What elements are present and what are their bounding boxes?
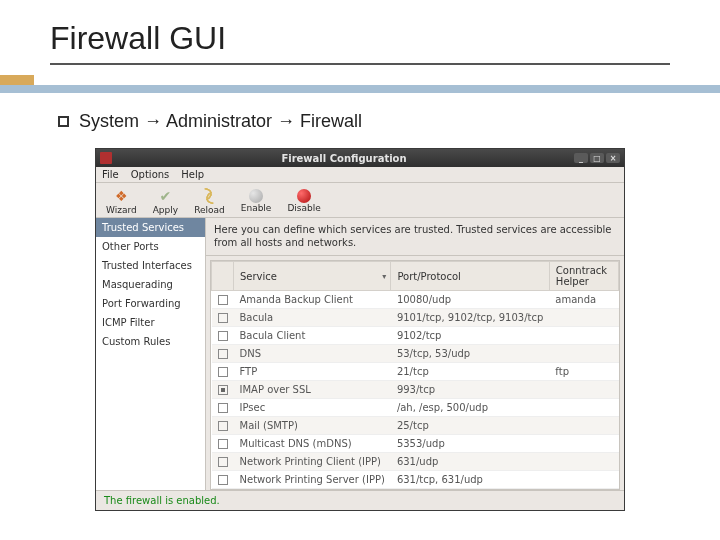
column-helper[interactable]: Conntrack Helper — [549, 262, 618, 291]
sort-icon: ▾ — [382, 272, 386, 281]
row-checkbox[interactable] — [218, 331, 228, 341]
apply-button[interactable]: ✔ Apply — [145, 185, 186, 215]
row-service: IPsec — [234, 399, 391, 417]
table-row[interactable]: FTP21/tcpftp — [212, 363, 619, 381]
row-port: 21/tcp — [391, 363, 549, 381]
breadcrumb: System → Administrator → Firewall — [50, 111, 670, 132]
check-icon: ✔ — [156, 187, 174, 205]
minimize-button[interactable]: _ — [574, 153, 588, 163]
sidebar-item-custom-rules[interactable]: Custom Rules — [96, 332, 205, 351]
row-service: FTP — [234, 363, 391, 381]
close-button[interactable]: × — [606, 153, 620, 163]
column-service[interactable]: Service ▾ — [234, 262, 391, 291]
row-service: Network Printing Client (IPP) — [234, 453, 391, 471]
titlebar[interactable]: Firewall Configuration _ □ × — [96, 149, 624, 167]
row-service: DNS — [234, 345, 391, 363]
table-row[interactable]: Network Printing Server (IPP)631/tcp, 63… — [212, 471, 619, 489]
table-row[interactable]: Bacula9101/tcp, 9102/tcp, 9103/tcp — [212, 309, 619, 327]
sidebar-item-icmp-filter[interactable]: ICMP Filter — [96, 313, 205, 332]
sidebar-item-masquerading[interactable]: Masquerading — [96, 275, 205, 294]
row-checkbox[interactable] — [218, 439, 228, 449]
row-port: 5353/udp — [391, 435, 549, 453]
app-window: Firewall Configuration _ □ × File Option… — [95, 148, 625, 511]
row-helper — [549, 345, 618, 363]
body-split: Trusted Services Other Ports Trusted Int… — [96, 218, 624, 490]
table-row[interactable]: IMAP over SSL993/tcp — [212, 381, 619, 399]
wizard-button[interactable]: ❖ Wizard — [98, 185, 145, 215]
row-helper: amanda — [549, 291, 618, 309]
row-checkbox[interactable] — [218, 457, 228, 467]
row-helper — [549, 471, 618, 489]
row-port: 25/tcp — [391, 417, 549, 435]
row-helper — [549, 309, 618, 327]
table-row[interactable]: Mail (SMTP)25/tcp — [212, 417, 619, 435]
sidebar-item-port-forwarding[interactable]: Port Forwarding — [96, 294, 205, 313]
disable-label: Disable — [287, 203, 320, 213]
row-checkbox[interactable] — [218, 421, 228, 431]
row-port: 10080/udp — [391, 291, 549, 309]
enable-button[interactable]: Enable — [233, 185, 280, 215]
column-check[interactable] — [212, 262, 234, 291]
enable-icon — [249, 189, 263, 203]
wizard-label: Wizard — [106, 205, 137, 215]
table-row[interactable]: DNS53/tcp, 53/udp — [212, 345, 619, 363]
table-row[interactable]: Multicast DNS (mDNS)5353/udp — [212, 435, 619, 453]
menu-file[interactable]: File — [102, 169, 119, 180]
row-port: /ah, /esp, 500/udp — [391, 399, 549, 417]
maximize-button[interactable]: □ — [590, 153, 604, 163]
panel-description: Here you can define which services are t… — [206, 218, 624, 256]
row-service: Bacula — [234, 309, 391, 327]
wizard-icon: ❖ — [112, 187, 130, 205]
row-checkbox[interactable] — [218, 385, 228, 395]
menu-help[interactable]: Help — [181, 169, 204, 180]
disable-button[interactable]: Disable — [279, 185, 328, 215]
reload-icon — [200, 187, 218, 205]
row-port: 993/tcp — [391, 381, 549, 399]
table-row[interactable]: Bacula Client9102/tcp — [212, 327, 619, 345]
row-port: 9102/tcp — [391, 327, 549, 345]
row-port: 53/tcp, 53/udp — [391, 345, 549, 363]
disable-icon — [297, 189, 311, 203]
column-service-label: Service — [240, 271, 277, 282]
app-icon — [100, 152, 112, 164]
row-helper: ftp — [549, 363, 618, 381]
row-helper — [549, 417, 618, 435]
row-port: 631/udp — [391, 453, 549, 471]
row-port: 631/tcp, 631/udp — [391, 471, 549, 489]
sidebar-item-trusted-services[interactable]: Trusted Services — [96, 218, 205, 237]
row-helper — [549, 327, 618, 345]
services-table-wrap: Service ▾ Port/Protocol Conntrack Helper… — [210, 260, 620, 490]
accent-underline — [0, 85, 720, 93]
row-checkbox[interactable] — [218, 349, 228, 359]
table-row[interactable]: Amanda Backup Client10080/udpamanda — [212, 291, 619, 309]
row-helper — [549, 453, 618, 471]
row-port: 9101/tcp, 9102/tcp, 9103/tcp — [391, 309, 549, 327]
row-checkbox[interactable] — [218, 313, 228, 323]
row-helper — [549, 399, 618, 417]
bullet-icon — [58, 116, 69, 127]
row-service: Bacula Client — [234, 327, 391, 345]
window-title: Firewall Configuration — [116, 153, 572, 164]
table-row[interactable]: IPsec/ah, /esp, 500/udp — [212, 399, 619, 417]
toolbar: ❖ Wizard ✔ Apply Reload Enable Disable — [96, 183, 624, 218]
sidebar-item-trusted-interfaces[interactable]: Trusted Interfaces — [96, 256, 205, 275]
menubar: File Options Help — [96, 167, 624, 183]
reload-button[interactable]: Reload — [186, 185, 233, 215]
sidebar-item-other-ports[interactable]: Other Ports — [96, 237, 205, 256]
row-checkbox[interactable] — [218, 475, 228, 485]
breadcrumb-text: System → Administrator → Firewall — [79, 111, 362, 132]
enable-label: Enable — [241, 203, 272, 213]
reload-label: Reload — [194, 205, 225, 215]
row-checkbox[interactable] — [218, 295, 228, 305]
row-checkbox[interactable] — [218, 403, 228, 413]
sidebar: Trusted Services Other Ports Trusted Int… — [96, 218, 206, 490]
column-port[interactable]: Port/Protocol — [391, 262, 549, 291]
row-service: IMAP over SSL — [234, 381, 391, 399]
slide-title: Firewall GUI — [50, 20, 670, 65]
table-row[interactable]: Network Printing Client (IPP)631/udp — [212, 453, 619, 471]
row-service: Network Printing Server (IPP) — [234, 471, 391, 489]
menu-options[interactable]: Options — [131, 169, 170, 180]
row-checkbox[interactable] — [218, 367, 228, 377]
row-helper — [549, 381, 618, 399]
row-service: Multicast DNS (mDNS) — [234, 435, 391, 453]
